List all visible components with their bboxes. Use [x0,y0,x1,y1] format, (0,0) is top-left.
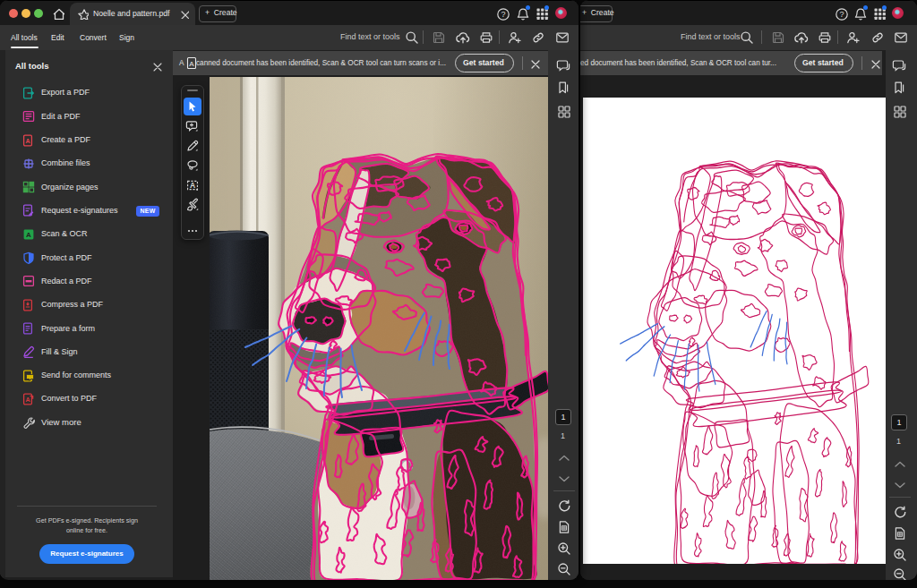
svg-text:A: A [25,138,30,144]
svg-text:A: A [190,181,195,190]
svg-text:?: ? [501,10,505,19]
svg-text:A: A [26,231,31,239]
svg-text:A: A [189,60,194,68]
svg-text:A: A [25,396,30,403]
svg-text:?: ? [839,10,844,19]
